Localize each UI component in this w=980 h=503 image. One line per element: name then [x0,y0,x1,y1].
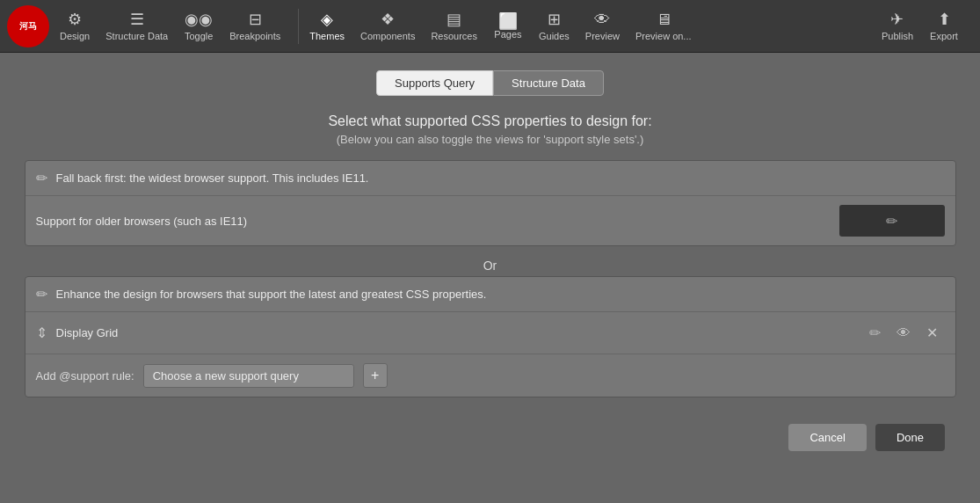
design-icon: ⚙ [68,11,82,27]
fallback-support-row: Support for older browsers (such as IE11… [25,196,955,245]
fallback-top-row: ✏ Fall back first: the widest browser su… [25,161,955,196]
toggle-icon: ◉◉ [185,11,213,27]
view-icon: 👁 [897,325,911,340]
toolbar-left-group: ⚙ Design ☰ Structure Data ◉◉ Toggle ⊟ Br… [53,8,287,45]
fallback-text: Fall back first: the widest browser supp… [56,171,945,185]
plus-icon: + [371,368,379,383]
guides-icon: ⊞ [548,11,561,27]
action-btns: ✏ 👁 ✕ [862,321,945,345]
edit-icon: ✏ [869,325,881,340]
structure-data-icon: ☰ [130,11,144,27]
display-grid-row: ⇕ Display Grid ✏ 👁 ✕ [25,312,955,354]
tab-supports-query[interactable]: Supports Query [376,70,493,96]
enhance-card: ✏ Enhance the design for browsers that s… [25,276,956,397]
export-icon: ⬆ [938,11,951,27]
heading-subtitle: (Below you can also toggle the views for… [328,133,651,146]
done-button[interactable]: Done [875,424,945,451]
drag-icon: ⇕ [36,324,47,341]
rule-label: Display Grid [56,326,853,339]
toolbar-separator-1 [298,9,299,44]
support-pen-icon: ✏ [886,213,897,230]
toolbar-themes-btn[interactable]: ◈ Themes [302,8,352,45]
main-content: Supports Query Structure Data Select wha… [0,53,980,503]
pen-icon-1: ✏ [36,170,47,186]
toolbar-preview-btn[interactable]: 👁 Preview [578,8,627,45]
edit-rule-button[interactable]: ✏ [862,321,888,345]
tab-container: Supports Query Structure Data [376,70,604,96]
pages-icon: ⬜ [498,13,518,29]
support-pen-button[interactable]: ✏ [839,205,945,237]
enhance-text: Enhance the design for browsers that sup… [56,288,945,301]
cancel-button[interactable]: Cancel [788,424,866,451]
view-rule-button[interactable]: 👁 [889,322,918,345]
add-rule-label: Add @support rule: [36,369,134,383]
preview-icon: 👁 [594,11,610,27]
toolbar-publish-btn[interactable]: ✈ Publish [875,8,920,45]
toolbar-pages-btn[interactable]: ⬜ Pages [486,10,530,43]
toolbar-toggle-btn[interactable]: ◉◉ Toggle [177,8,221,45]
toolbar-right-group: ✈ Publish ⬆ Export [875,8,966,45]
toolbar: 河马 ⚙ Design ☰ Structure Data ◉◉ Toggle ⊟… [0,0,980,53]
toolbar-structure-data-btn[interactable]: ☰ Structure Data [98,8,175,45]
themes-icon: ◈ [321,11,333,27]
add-rule-row: Add @support rule: Choose a new support … [25,354,955,397]
resources-icon: ▤ [446,11,461,27]
app-logo: 河马 [7,5,49,47]
pen-icon-2: ✏ [36,286,47,303]
breakpoints-icon: ⊟ [249,11,262,27]
close-icon: ✕ [926,325,938,340]
toolbar-export-btn[interactable]: ⬆ Export [922,8,966,45]
tab-structure-data[interactable]: Structure Data [493,70,604,96]
heading-title: Select what supported CSS properties to … [328,113,651,129]
or-divider: Or [483,259,497,273]
heading-area: Select what supported CSS properties to … [328,113,651,146]
fallback-card: ✏ Fall back first: the widest browser su… [25,160,956,246]
toolbar-components-btn[interactable]: ❖ Components [353,8,422,45]
components-icon: ❖ [381,11,395,27]
toolbar-preview-on-btn[interactable]: 🖥 Preview on... [628,8,699,45]
toolbar-mid-group: ◈ Themes ❖ Components ▤ Resources ⬜ Page… [302,8,698,45]
close-rule-button[interactable]: ✕ [919,321,945,345]
add-rule-plus-button[interactable]: + [363,363,388,388]
footer-area: Cancel Done [18,413,962,462]
publish-icon: ✈ [890,11,904,27]
support-text: Support for older browsers (such as IE11… [36,215,831,228]
toolbar-resources-btn[interactable]: ▤ Resources [424,8,484,45]
add-rule-select[interactable]: Choose a new support query Display Grid … [143,364,354,388]
toolbar-guides-btn[interactable]: ⊞ Guides [532,8,577,45]
toolbar-design-btn[interactable]: ⚙ Design [53,8,97,45]
preview-on-icon: 🖥 [656,11,671,27]
toolbar-breakpoints-btn[interactable]: ⊟ Breakpoints [222,8,287,45]
enhance-top-row: ✏ Enhance the design for browsers that s… [25,277,955,312]
